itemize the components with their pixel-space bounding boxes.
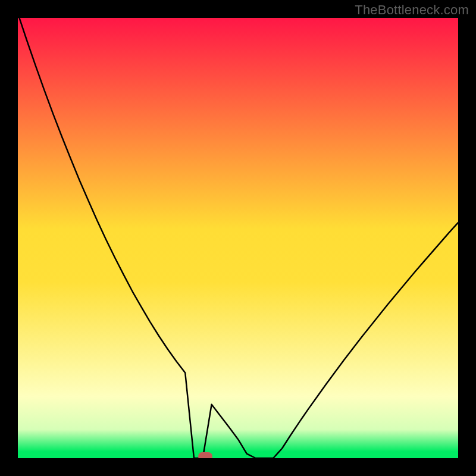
plot-area	[18, 18, 458, 458]
gradient-background	[18, 18, 458, 458]
watermark-text: TheBottleneck.com	[355, 2, 469, 18]
optimum-marker	[198, 452, 212, 458]
chart-frame: TheBottleneck.com	[0, 0, 476, 476]
plot-svg	[18, 18, 458, 458]
